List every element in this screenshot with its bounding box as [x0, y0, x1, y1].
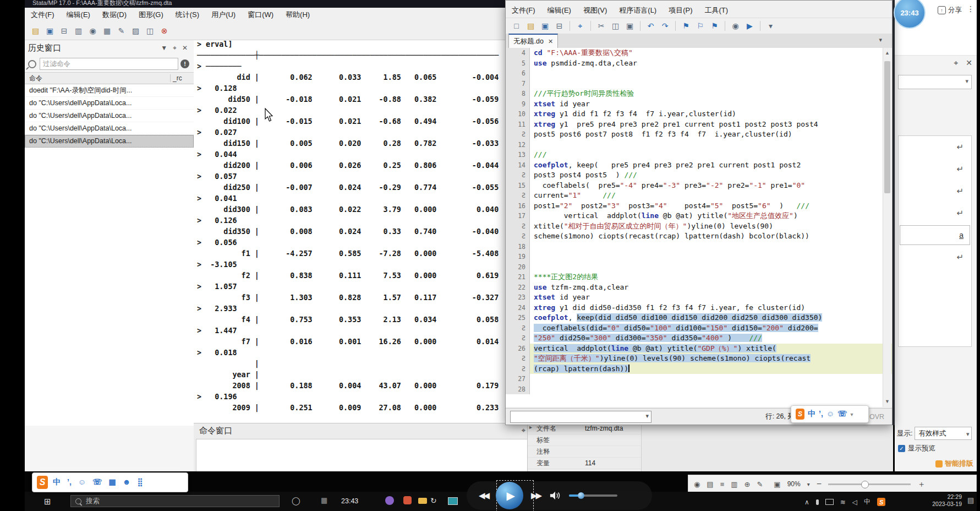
checkbox-checked-icon[interactable]: ✓ — [898, 445, 905, 452]
pin-icon[interactable]: ⌖ — [954, 58, 958, 68]
sogou-tool-icon[interactable]: ☺ — [826, 409, 834, 419]
more-menu-icon[interactable]: ⋮ — [967, 4, 974, 13]
purple-app-icon[interactable] — [385, 496, 394, 505]
web-view-icon[interactable]: ⊕ — [744, 480, 751, 488]
show-desktop-icon[interactable]: ▤ — [967, 496, 974, 504]
editor-menu-f[interactable]: 文件(F) — [506, 3, 541, 18]
stop-icon[interactable]: ⊗ — [158, 25, 171, 37]
editor-menu-l[interactable]: 程序语言(L) — [613, 3, 663, 18]
log-icon[interactable]: ▥ — [72, 25, 85, 37]
sogou-tool-icon[interactable]: ☏ — [837, 409, 847, 419]
save-icon[interactable]: ▣ — [539, 20, 551, 32]
style-list-item[interactable]: ↵ — [899, 136, 971, 158]
scroll-up-icon[interactable]: ▲ — [883, 49, 891, 57]
browser-app-icon[interactable]: ◯ — [292, 496, 300, 505]
zoom-out-icon[interactable]: − — [817, 479, 822, 489]
zoom-slider-knob[interactable] — [861, 481, 869, 488]
outline-view-icon[interactable]: ≡ — [720, 480, 725, 488]
wifi-icon[interactable]: ≋ — [840, 498, 846, 506]
zoom-in-icon[interactable]: ＋ — [917, 479, 926, 490]
editor-menu-e[interactable]: 编辑(E) — [541, 3, 577, 18]
style-list-item[interactable]: ↵ — [899, 202, 971, 224]
code-line[interactable]: 4cd "F:\AAA-重要数据\交稿" — [506, 48, 892, 58]
open-icon[interactable]: ▤ — [524, 20, 537, 32]
code-line[interactable]: 17 vertical addplot(line @b @at) ytitle(… — [506, 211, 892, 221]
red-app-icon[interactable] — [403, 496, 412, 504]
history-col-command[interactable]: 命令 — [25, 74, 170, 83]
bookmark-next-icon[interactable]: ⚑ — [708, 20, 721, 32]
stata-menu-u[interactable]: 用户(U) — [205, 8, 242, 22]
history-filter-input[interactable]: 过滤命令 — [40, 58, 178, 70]
code-line[interactable]: Ƨscheme(s1mono) ciopts(recast(rcap) lpat… — [506, 231, 892, 242]
close-icon[interactable]: ✕ — [966, 58, 972, 68]
print-icon[interactable]: ⊟ — [553, 20, 566, 32]
speaker-icon[interactable] — [549, 490, 561, 501]
graph-icon[interactable]: ▦ — [101, 25, 113, 37]
history-col-rc[interactable]: _rc — [170, 74, 194, 82]
code-line[interactable]: 8///平行趋势or时间异质性检验 — [506, 89, 892, 99]
taskbar-search[interactable]: 搜索 — [70, 495, 280, 507]
code-line[interactable]: Ƨcurrent="1" /// — [506, 191, 892, 201]
laptop-icon[interactable] — [825, 499, 834, 505]
code-line[interactable]: 13/// — [506, 150, 892, 160]
code-line[interactable]: 25coefplot, keep(did did50 did100 did150… — [506, 313, 892, 323]
history-row[interactable]: do "C:\Users\dell\AppData\Loca... — [25, 122, 194, 135]
code-line[interactable]: Ƨpost5 post6 post7 post8 f1 f2 f3 f4 f7 … — [506, 129, 892, 140]
book-view-icon[interactable]: ▥ — [731, 480, 737, 488]
refresh-app-icon[interactable]: ↻ — [430, 496, 437, 505]
stata-menu-g[interactable]: 图形(G) — [133, 8, 169, 22]
sogou-logo-icon[interactable]: S — [796, 409, 804, 420]
history-row[interactable]: doedit "F:\AA-录制\空间did-时间... — [25, 84, 194, 97]
sogou-tool-icon[interactable]: ▦ — [109, 477, 116, 487]
code-line[interactable]: 6 — [506, 68, 892, 79]
sogou-tool-icon[interactable]: 中 — [53, 477, 61, 487]
style-list-item[interactable]: a — [899, 224, 971, 246]
pin-icon[interactable]: ⌖ — [522, 426, 525, 435]
sogou-tool-icon[interactable]: ’, — [67, 477, 72, 487]
editor-scrollbar[interactable]: ▲ ▼ — [883, 48, 891, 407]
code-line[interactable]: Ƨ(rcap) lpattern(dash)) — [506, 364, 892, 374]
undo-icon[interactable]: ↶ — [644, 20, 657, 32]
data-browser-icon[interactable]: ◫ — [144, 25, 156, 37]
eye-icon[interactable]: ◉ — [694, 480, 700, 488]
style-list-item[interactable]: ↵ — [899, 180, 971, 202]
mic-icon[interactable] — [816, 499, 819, 505]
style-list-item[interactable]: ↵ — [899, 158, 971, 180]
preview-icon[interactable]: ◉ — [729, 20, 742, 32]
copy-icon[interactable]: ◫ — [609, 20, 622, 32]
stata-menu-w[interactable]: 窗口(W) — [242, 8, 280, 22]
editor-status-combo[interactable] — [510, 411, 651, 423]
code-line[interactable]: 18 — [506, 242, 892, 252]
stata-menu-e[interactable]: 编辑(E) — [61, 8, 96, 22]
cut-icon[interactable]: ✂ — [595, 20, 607, 32]
code-line[interactable]: 26vertical addplot(line @b @at) ytitle("… — [506, 344, 892, 354]
history-row[interactable]: do "C:\Users\dell\AppData\Loca... — [25, 110, 194, 122]
zoom-dropdown-icon[interactable]: ▾ — [807, 481, 810, 487]
run-icon[interactable]: ▶ — [743, 20, 756, 32]
zoom-level[interactable]: 90% — [787, 480, 801, 488]
code-line[interactable]: 27 — [506, 374, 892, 384]
stata-menu-d[interactable]: 数据(D) — [96, 8, 133, 22]
editor-menu-v[interactable]: 视图(V) — [577, 3, 613, 18]
new-icon[interactable]: □ — [510, 20, 523, 32]
projector-app-icon[interactable]: ▦ — [321, 496, 327, 504]
paste-icon[interactable]: ▣ — [623, 20, 636, 32]
ime-indicator[interactable]: 中 — [864, 497, 870, 507]
results-pane[interactable]: > erval]─────────────┼──────────────────… — [194, 40, 531, 423]
volume-icon[interactable]: ◁ — [852, 498, 857, 506]
play-button[interactable]: ▶ — [496, 482, 523, 509]
tab-untitled-do[interactable]: 无标题.do ✕ — [508, 34, 558, 49]
scroll-down-icon[interactable]: ▼ — [883, 398, 891, 406]
bookmark-prev-icon[interactable]: ⚐ — [694, 20, 707, 32]
edit-icon[interactable]: ✎ — [757, 480, 763, 488]
chevron-down-icon[interactable]: ▾ — [851, 411, 853, 417]
code-line[interactable]: 12 — [506, 140, 892, 150]
code-line[interactable]: 11xtreg y1 pre5 pre4 pre3 pre2 pre1 curr… — [506, 119, 892, 130]
code-line[interactable]: 10xtreg y1 did f1 f2 f3 f4 f7 i.year,clu… — [506, 109, 892, 119]
display-select[interactable]: 有效样式 — [915, 427, 972, 440]
data-editor-icon[interactable]: ▨ — [129, 25, 142, 37]
code-line[interactable]: Ƨ"空间距离（千米）")yline(0) levels(90) scheme(s… — [506, 354, 892, 364]
more-icon[interactable]: ▾ — [764, 20, 777, 32]
code-line[interactable]: 7 — [506, 79, 892, 89]
code-line[interactable]: 22use tzfm-zmq.dta,clear — [506, 282, 892, 293]
